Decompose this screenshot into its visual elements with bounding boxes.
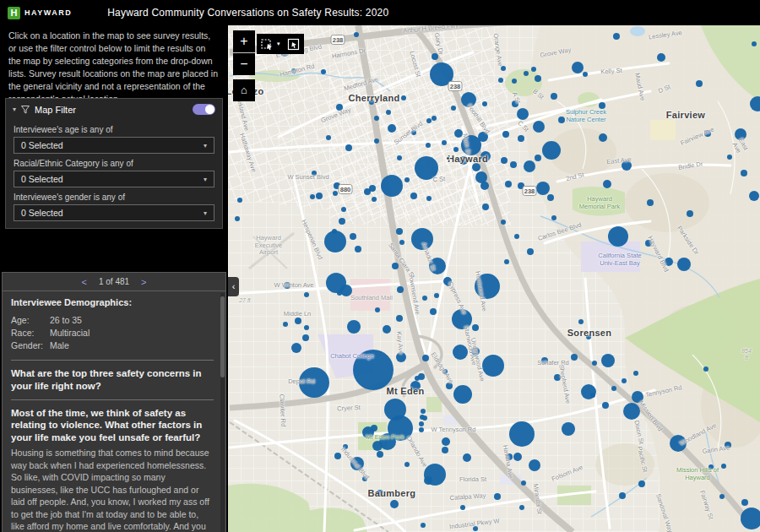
survey-point[interactable] — [529, 459, 540, 471]
survey-point[interactable] — [505, 181, 512, 187]
survey-point[interactable] — [411, 130, 416, 135]
survey-point[interactable] — [599, 133, 607, 142]
survey-point[interactable] — [432, 116, 437, 121]
survey-point[interactable] — [362, 476, 367, 481]
survey-point[interactable] — [725, 442, 731, 448]
survey-point[interactable] — [623, 403, 640, 420]
survey-point[interactable] — [475, 274, 500, 299]
survey-point[interactable] — [638, 480, 645, 487]
survey-point[interactable] — [350, 233, 356, 240]
survey-point[interactable] — [554, 374, 561, 381]
select-tool-dropdown-caret[interactable]: ▾ — [277, 41, 280, 47]
survey-point[interactable] — [426, 118, 432, 123]
survey-point[interactable] — [501, 157, 508, 164]
survey-point[interactable] — [677, 258, 691, 271]
survey-point[interactable] — [531, 67, 536, 72]
survey-point[interactable] — [645, 240, 652, 247]
survey-point[interactable] — [345, 144, 352, 151]
survey-point[interactable] — [473, 526, 478, 531]
survey-point[interactable] — [430, 308, 437, 315]
survey-point[interactable] — [451, 106, 456, 111]
survey-point[interactable] — [350, 457, 364, 470]
survey-point[interactable] — [524, 71, 529, 76]
survey-point[interactable] — [415, 156, 438, 180]
survey-point[interactable] — [482, 355, 504, 377]
survey-point[interactable] — [461, 92, 476, 107]
survey-point[interactable] — [418, 373, 425, 380]
scrollbar-thumb[interactable] — [220, 296, 225, 377]
survey-point[interactable] — [480, 151, 491, 161]
survey-point[interactable] — [599, 102, 605, 109]
survey-point[interactable] — [430, 62, 453, 86]
survey-point[interactable] — [501, 220, 506, 225]
survey-point[interactable] — [592, 361, 597, 366]
survey-point[interactable] — [397, 286, 404, 293]
survey-point[interactable] — [237, 198, 242, 203]
survey-point[interactable] — [353, 350, 394, 390]
survey-point[interactable] — [571, 354, 578, 361]
survey-point[interactable] — [509, 421, 535, 447]
survey-point[interactable] — [421, 523, 426, 528]
survey-point[interactable] — [304, 325, 309, 330]
survey-point[interactable] — [419, 427, 424, 432]
survey-point[interactable] — [619, 492, 626, 499]
survey-point[interactable] — [283, 322, 288, 327]
map-canvas[interactable]: LorenzoCherrylandHaywardFairviewSorensen… — [228, 25, 760, 532]
survey-point[interactable] — [442, 437, 450, 446]
survey-point[interactable] — [442, 140, 447, 145]
survey-point[interactable] — [647, 199, 654, 206]
survey-point[interactable] — [741, 508, 760, 529]
survey-point[interactable] — [337, 290, 342, 296]
survey-point[interactable] — [632, 391, 643, 403]
survey-point[interactable] — [396, 315, 403, 322]
survey-point[interactable] — [513, 453, 522, 461]
survey-point[interactable] — [472, 324, 479, 331]
survey-point[interactable] — [514, 234, 519, 239]
survey-point[interactable] — [622, 160, 632, 171]
survey-point[interactable] — [541, 357, 548, 364]
survey-point[interactable] — [501, 66, 506, 71]
survey-point[interactable] — [603, 180, 611, 188]
survey-point[interactable] — [504, 259, 509, 264]
survey-point[interactable] — [372, 197, 377, 202]
filter-select[interactable]: 0 Selected▾ — [14, 137, 214, 154]
survey-point[interactable] — [364, 188, 371, 195]
survey-point[interactable] — [535, 155, 541, 161]
survey-point[interactable] — [383, 325, 391, 334]
survey-point[interactable] — [304, 292, 309, 297]
survey-point[interactable] — [719, 494, 725, 499]
survey-point[interactable] — [334, 182, 340, 189]
survey-point[interactable] — [502, 131, 509, 138]
survey-point[interactable] — [558, 117, 565, 123]
survey-point[interactable] — [521, 480, 526, 486]
survey-point[interactable] — [392, 263, 399, 269]
survey-point[interactable] — [347, 320, 361, 334]
zoom-in-button[interactable]: + — [233, 30, 255, 52]
survey-point[interactable] — [284, 282, 290, 289]
survey-point[interactable] — [375, 307, 380, 312]
panel-collapse-tab[interactable]: ‹ — [228, 277, 239, 296]
survey-point[interactable] — [442, 369, 448, 374]
survey-point[interactable] — [426, 196, 432, 201]
survey-point[interactable] — [410, 381, 421, 391]
survey-point[interactable] — [750, 96, 760, 111]
survey-point[interactable] — [665, 258, 673, 266]
survey-point[interactable] — [426, 143, 431, 148]
survey-point[interactable] — [422, 415, 427, 421]
survey-point[interactable] — [295, 318, 301, 324]
survey-point[interactable] — [401, 95, 406, 100]
survey-point[interactable] — [421, 409, 426, 414]
survey-point[interactable] — [749, 191, 759, 201]
survey-point[interactable] — [498, 78, 503, 83]
survey-point[interactable] — [459, 156, 468, 165]
survey-point[interactable] — [355, 246, 361, 252]
survey-point[interactable] — [482, 204, 489, 210]
survey-point[interactable] — [535, 75, 541, 82]
survey-point[interactable] — [333, 191, 338, 196]
survey-point[interactable] — [404, 462, 410, 467]
survey-point[interactable] — [334, 453, 341, 459]
survey-point[interactable] — [299, 367, 329, 398]
survey-point[interactable] — [424, 476, 432, 485]
survey-point[interactable] — [741, 170, 747, 176]
survey-point[interactable] — [463, 453, 471, 462]
